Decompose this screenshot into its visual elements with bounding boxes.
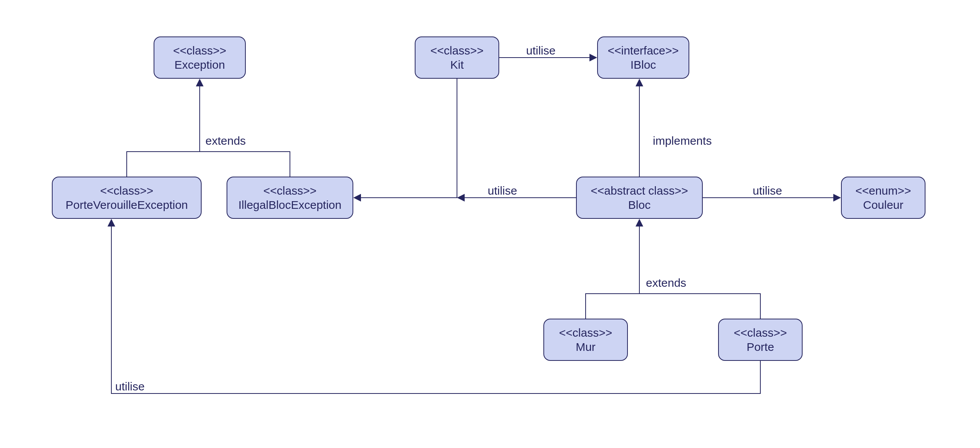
edge-bloc-illegal: [361, 79, 457, 198]
stereotype: <<class>>: [559, 326, 612, 340]
arrow-kit-ibloc: [589, 54, 597, 61]
label-extends-bloc: extends: [646, 276, 686, 289]
stereotype: <<class>>: [173, 43, 226, 58]
class-name: Porte: [747, 340, 774, 354]
node-mur: <<class>> Mur: [543, 319, 628, 361]
node-illegal-bloc-exception: <<class>> IllegalBlocException: [227, 177, 353, 219]
arrow-porte-pve: [108, 219, 115, 226]
node-exception: <<class>> Exception: [154, 36, 246, 79]
node-bloc: <<abstract class>> Bloc: [576, 177, 703, 219]
edge-exception-children-h: [127, 152, 290, 177]
stereotype: <<class>>: [263, 183, 316, 198]
class-name: Kit: [450, 58, 464, 72]
stereotype: <<interface>>: [608, 43, 679, 58]
arrow-bloc-couleur: [833, 194, 841, 202]
class-name: IBloc: [631, 58, 656, 72]
class-name: Mur: [576, 340, 596, 354]
stereotype: <<abstract class>>: [591, 183, 688, 198]
label-utilise-porte-pve: utilise: [115, 380, 145, 393]
label-utilise-bloc-kit: utilise: [488, 184, 517, 197]
label-utilise-kit-ibloc: utilise: [526, 44, 556, 57]
arrow-exception: [196, 79, 204, 86]
class-name: IllegalBlocException: [238, 198, 342, 212]
node-kit: <<class>> Kit: [415, 36, 499, 79]
arrow-bloc-illegal: [353, 194, 361, 202]
stereotype: <<class>>: [734, 326, 787, 340]
label-extends-exception: extends: [205, 134, 246, 147]
stereotype: <<class>>: [430, 43, 483, 58]
class-name: PorteVerouilleException: [66, 198, 188, 212]
arrow-bloc-ibloc: [636, 79, 643, 86]
node-porte-verouille-exception: <<class>> PorteVerouilleException: [52, 177, 202, 219]
class-name: Bloc: [628, 198, 651, 212]
node-couleur: <<enum>> Couleur: [841, 177, 925, 219]
arrow-bloc-kit: [457, 194, 465, 202]
label-implements: implements: [653, 134, 712, 147]
edge-porte-pve: [111, 226, 760, 393]
node-porte: <<class>> Porte: [718, 319, 803, 361]
class-name: Exception: [174, 58, 225, 72]
arrow-bloc-extends: [636, 219, 643, 226]
stereotype: <<enum>>: [855, 183, 911, 198]
node-ibloc: <<interface>> IBloc: [597, 36, 689, 79]
edge-bloc-children-h: [586, 294, 760, 319]
stereotype: <<class>>: [100, 183, 153, 198]
label-utilise-bloc-coul: utilise: [753, 184, 782, 197]
diagram-canvas: <<class>> Exception <<class>> PorteVerou…: [0, 0, 980, 448]
class-name: Couleur: [863, 198, 903, 212]
